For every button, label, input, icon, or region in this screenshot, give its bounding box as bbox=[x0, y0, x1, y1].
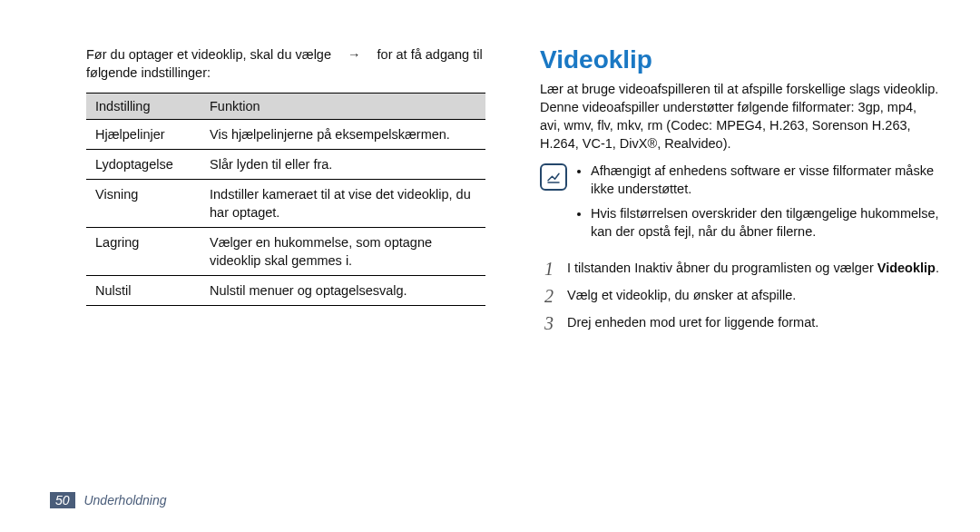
cell-value: Indstiller kameraet til at vise det vide… bbox=[201, 180, 485, 228]
arrow-icon: → bbox=[335, 45, 374, 64]
table-header-row: Indstilling Funktion bbox=[86, 94, 485, 120]
settings-table: Indstilling Funktion Hjælpelinjer Vis hj… bbox=[86, 93, 485, 306]
cell-value: Nulstil menuer og optagelsesvalg. bbox=[201, 276, 485, 306]
note-item: Hvis filstørrelsen overskrider den tilgæ… bbox=[591, 204, 939, 241]
step-number: 3 bbox=[540, 313, 558, 333]
footer-section: Underholdning bbox=[83, 493, 166, 507]
note-item: Afhængigt af enhedens software er visse … bbox=[591, 162, 939, 199]
th-setting: Indstilling bbox=[86, 94, 201, 120]
cell-key: Lagring bbox=[86, 228, 201, 276]
cell-key: Lydoptagelse bbox=[86, 150, 201, 180]
intro-pre: Før du optager et videoklip, skal du væl… bbox=[86, 47, 331, 62]
cell-value: Vis hjælpelinjerne på eksempelskærmen. bbox=[201, 120, 485, 150]
note-list: Afhængigt af enhedens software er visse … bbox=[576, 162, 939, 246]
th-function: Funktion bbox=[201, 94, 485, 120]
cell-value: Vælger en hukommelse, som optagne videok… bbox=[201, 228, 485, 276]
intro-paragraph: Før du optager et videoklip, skal du væl… bbox=[86, 45, 485, 82]
table-row: Visning Indstiller kameraet til at vise … bbox=[86, 180, 485, 228]
step: 2 Vælg et videoklip, du ønsker at afspil… bbox=[540, 286, 939, 306]
note-icon bbox=[540, 163, 567, 191]
right-column: Videoklip Lær at bruge videoafspilleren … bbox=[540, 45, 939, 340]
cell-key: Visning bbox=[86, 180, 201, 228]
step-pre: I tilstanden Inaktiv åbner du programlis… bbox=[567, 261, 877, 275]
note-block: Afhængigt af enhedens software er visse … bbox=[540, 162, 939, 246]
table-row: Lydoptagelse Slår lyden til eller fra. bbox=[86, 150, 485, 180]
table-row: Hjælpelinjer Vis hjælpelinjerne på eksem… bbox=[86, 120, 485, 150]
step: 1 I tilstanden Inaktiv åbner du programl… bbox=[540, 259, 939, 279]
section-title: Videoklip bbox=[540, 45, 939, 74]
cell-key: Nulstil bbox=[86, 276, 201, 306]
step-bold: Videoklip bbox=[877, 261, 936, 275]
step-pre: Vælg et videoklip, du ønsker at afspille… bbox=[567, 288, 796, 302]
cell-value: Slår lyden til eller fra. bbox=[201, 150, 485, 180]
step: 3 Drej enheden mod uret for liggende for… bbox=[540, 313, 939, 333]
step-text: Drej enheden mod uret for liggende forma… bbox=[567, 313, 939, 333]
step-pre: Drej enheden mod uret for liggende forma… bbox=[567, 315, 818, 330]
step-post: . bbox=[936, 261, 939, 275]
page-content: Før du optager et videoklip, skal du væl… bbox=[0, 0, 980, 340]
step-number: 1 bbox=[540, 259, 558, 279]
step-text: Vælg et videoklip, du ønsker at afspille… bbox=[567, 286, 939, 306]
step-text: I tilstanden Inaktiv åbner du programlis… bbox=[567, 259, 939, 279]
left-column: Før du optager et videoklip, skal du væl… bbox=[86, 45, 485, 340]
body-text: Lær at bruge videoafspilleren til at afs… bbox=[540, 80, 939, 153]
page-number: 50 bbox=[50, 492, 75, 508]
cell-key: Hjælpelinjer bbox=[86, 120, 201, 150]
step-number: 2 bbox=[540, 286, 558, 306]
table-row: Lagring Vælger en hukommelse, som optagn… bbox=[86, 228, 485, 276]
page-footer: 50 Underholdning bbox=[50, 492, 167, 508]
table-row: Nulstil Nulstil menuer og optagelsesvalg… bbox=[86, 276, 485, 306]
